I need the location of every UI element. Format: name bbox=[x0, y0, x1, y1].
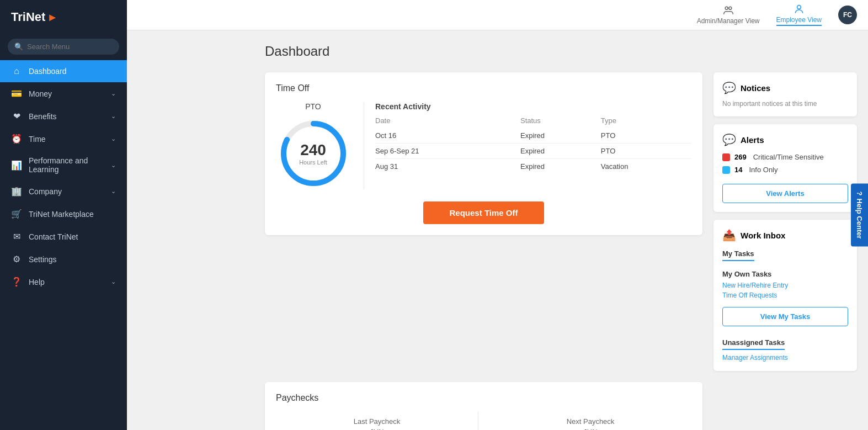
cell-status: Expired bbox=[520, 159, 601, 174]
table-row: Aug 31ExpiredVacation bbox=[375, 159, 691, 174]
sidebar-item-benefits[interactable]: ❤ Benefits ⌄ bbox=[0, 105, 127, 128]
notices-title: Notices bbox=[741, 83, 770, 93]
sidebar-item-label: Performance and Learning bbox=[29, 156, 104, 174]
critical-count: 269 bbox=[734, 153, 747, 161]
sidebar-item-company[interactable]: 🏢 Company ⌄ bbox=[0, 180, 127, 203]
table-row: Sep 6-Sep 21ExpiredPTO bbox=[375, 144, 691, 159]
search-input[interactable] bbox=[27, 43, 113, 51]
sidebar-item-marketplace[interactable]: 🛒 TriNet Marketplace bbox=[0, 203, 127, 225]
time-off-requests-link[interactable]: Time Off Requests bbox=[722, 291, 848, 299]
critical-dot bbox=[722, 153, 730, 161]
cell-type: Vacation bbox=[601, 159, 691, 174]
sidebar: TriNet ► 🔍 ⌂ Dashboard 💳 Money ⌄ ❤ Benef… bbox=[0, 0, 127, 430]
cell-date: Aug 31 bbox=[375, 159, 520, 174]
sidebar-item-settings[interactable]: ⚙ Settings bbox=[0, 248, 127, 270]
paycheck-inner: Last Paycheck JUN 28 Next Paycheck JUN 2… bbox=[276, 412, 691, 430]
info-dot bbox=[722, 166, 730, 174]
inbox-icon: 📤 bbox=[722, 229, 736, 242]
pto-text: 240 Hours Left bbox=[299, 141, 327, 166]
sidebar-item-time[interactable]: ⏰ Time ⌄ bbox=[0, 128, 127, 150]
svg-point-2 bbox=[797, 6, 801, 9]
table-row: Oct 16ExpiredPTO bbox=[375, 128, 691, 144]
employee-view-button[interactable]: Employee View bbox=[776, 4, 822, 26]
cell-date: Sep 6-Sep 21 bbox=[375, 144, 520, 159]
notices-icon: 💬 bbox=[722, 81, 736, 94]
pto-hours: 240 bbox=[299, 141, 327, 159]
sidebar-item-dashboard[interactable]: ⌂ Dashboard bbox=[0, 60, 127, 82]
right-panel: 💬 Notices No important notices at this t… bbox=[713, 72, 857, 371]
sidebar-item-money[interactable]: 💳 Money ⌄ bbox=[0, 82, 127, 105]
my-own-tasks-label: My Own Tasks bbox=[722, 270, 848, 278]
recent-activity: Recent Activity Date Status Type Oct 16E… bbox=[375, 102, 691, 189]
logo[interactable]: TriNet ► bbox=[0, 0, 127, 34]
chevron-down-icon: ⌄ bbox=[111, 113, 116, 120]
sidebar-item-label: Settings bbox=[29, 255, 116, 264]
cell-type: PTO bbox=[601, 128, 691, 144]
new-hire-link[interactable]: New Hire/Rehire Entry bbox=[722, 282, 848, 289]
cell-status: Expired bbox=[520, 144, 601, 159]
help-center-label: Help Center bbox=[855, 199, 864, 239]
alerts-card: 💬 Alerts 269 Critical/Time Sensitive 14 … bbox=[713, 124, 857, 212]
work-inbox-card: 📤 Work Inbox My Tasks My Own Tasks New H… bbox=[713, 220, 857, 371]
request-btn-wrap: Request Time Off bbox=[276, 201, 691, 224]
request-time-off-button[interactable]: Request Time Off bbox=[423, 201, 545, 224]
recent-activity-table: Date Status Type Oct 16ExpiredPTOSep 6-S… bbox=[375, 116, 691, 174]
info-count: 14 bbox=[734, 166, 742, 174]
timeoff-inner: PTO 240 Hours Left Recent Activity bbox=[276, 102, 691, 189]
next-paycheck-month: JUN bbox=[583, 428, 597, 430]
logo-text: TriNet bbox=[11, 10, 45, 24]
view-alerts-button[interactable]: View Alerts bbox=[722, 184, 848, 203]
avatar[interactable]: FC bbox=[838, 6, 857, 24]
timeoff-card-title: Time Off bbox=[276, 83, 691, 93]
topbar: Admin/Manager View Employee View FC bbox=[127, 0, 868, 30]
clock-icon: ⏰ bbox=[11, 134, 22, 144]
recent-activity-title: Recent Activity bbox=[375, 102, 691, 111]
pto-sublabel: Hours Left bbox=[299, 159, 327, 166]
logo-arrow: ► bbox=[47, 11, 58, 24]
paychecks-title: Paychecks bbox=[276, 393, 691, 403]
settings-icon: ⚙ bbox=[11, 254, 22, 264]
next-paycheck-col: Next Paycheck JUN 29 bbox=[489, 412, 691, 430]
notices-header: 💬 Notices bbox=[722, 81, 848, 94]
employee-view-label: Employee View bbox=[776, 16, 822, 24]
chevron-down-icon: ⌄ bbox=[111, 188, 116, 195]
sidebar-item-contact[interactable]: ✉ Contact TriNet bbox=[0, 225, 127, 248]
sidebar-item-label: Money bbox=[29, 89, 104, 98]
work-inbox-header: 📤 Work Inbox bbox=[722, 229, 848, 242]
notices-card: 💬 Notices No important notices at this t… bbox=[713, 72, 857, 116]
sidebar-item-performance-learning[interactable]: 📊 Performance and Learning ⌄ bbox=[0, 150, 127, 180]
chevron-down-icon: ⌄ bbox=[111, 90, 116, 97]
main-row-bottom: Paychecks Last Paycheck JUN 28 Next Payc… bbox=[265, 382, 857, 430]
main-content: Dashboard Time Off PTO 240 Hours Left bbox=[254, 30, 868, 430]
contact-icon: ✉ bbox=[11, 231, 22, 242]
search-icon: 🔍 bbox=[14, 43, 23, 51]
admin-manager-view-button[interactable]: Admin/Manager View bbox=[697, 5, 760, 25]
admin-manager-view-label: Admin/Manager View bbox=[697, 17, 760, 25]
view-my-tasks-button[interactable]: View My Tasks bbox=[722, 307, 848, 326]
alerts-header: 💬 Alerts bbox=[722, 133, 848, 146]
critical-alert-row: 269 Critical/Time Sensitive bbox=[722, 153, 848, 161]
svg-point-0 bbox=[725, 7, 728, 9]
search-box[interactable]: 🔍 bbox=[8, 39, 119, 55]
sidebar-item-help[interactable]: ❓ Help ⌄ bbox=[0, 270, 127, 293]
company-icon: 🏢 bbox=[11, 186, 22, 197]
pto-section: PTO 240 Hours Left bbox=[276, 102, 364, 189]
last-paycheck-label: Last Paycheck bbox=[354, 417, 401, 426]
cell-date: Oct 16 bbox=[375, 128, 520, 144]
sidebar-item-label: Benefits bbox=[29, 112, 104, 121]
help-center-tab[interactable]: ? Help Center bbox=[851, 183, 868, 247]
performance-icon: 📊 bbox=[11, 160, 22, 171]
sidebar-nav: ⌂ Dashboard 💳 Money ⌄ ❤ Benefits ⌄ ⏰ Tim… bbox=[0, 60, 127, 293]
sidebar-item-label: Time bbox=[29, 135, 104, 144]
main-row-top: Time Off PTO 240 Hours Left bbox=[265, 72, 857, 371]
marketplace-icon: 🛒 bbox=[11, 209, 22, 219]
cell-status: Expired bbox=[520, 128, 601, 144]
help-question-mark: ? bbox=[855, 191, 864, 195]
pto-circle: 240 Hours Left bbox=[278, 118, 349, 189]
col-status: Status bbox=[520, 116, 601, 128]
manager-assignments-link[interactable]: Manager Assignments bbox=[722, 354, 788, 362]
chevron-down-icon: ⌄ bbox=[111, 278, 116, 285]
next-paycheck-label: Next Paycheck bbox=[567, 417, 615, 426]
info-label: Info Only bbox=[749, 166, 778, 174]
pto-label: PTO bbox=[305, 102, 321, 111]
